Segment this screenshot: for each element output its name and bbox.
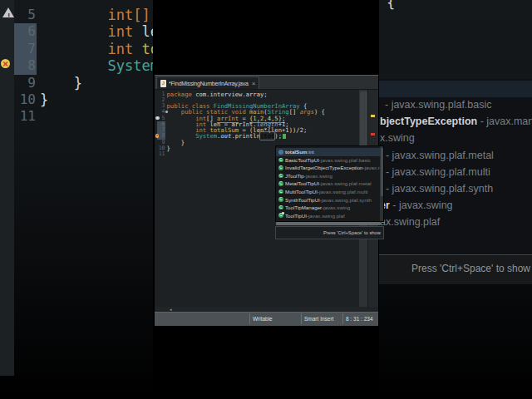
completion-popup: totalSum : intCBasicToolTipUI - javax.sw…: [275, 145, 384, 222]
bg-completion-item: l - javax.swing.plaf.metal: [380, 150, 494, 161]
bg-line-number: 7: [12, 41, 36, 57]
status-divider: [301, 313, 302, 324]
overview-error-marker[interactable]: [371, 133, 375, 135]
bg-line-number: 10: [12, 91, 36, 108]
completion-item-synthtooltipui[interactable]: CSynthToolTipUI - javax.swing.plaf.synth: [276, 195, 384, 204]
completion-hint-bar: Press 'Ctrl+Space' to show: [275, 226, 384, 239]
completion-item-invalidtargetobjecttypeexception[interactable]: CInvalidTargetObjectTypeException - java…: [276, 164, 384, 172]
popup-scrollbar-thumb[interactable]: [381, 148, 383, 196]
class-icon: C: [278, 181, 283, 186]
bg-completion-item: ax.swing.plaf: [380, 216, 440, 228]
completion-item-jtooltip[interactable]: CJToolTip - javax.swing: [276, 172, 384, 180]
error-quickfix-icon: [1, 59, 10, 68]
class-icon: C: [278, 205, 283, 210]
tab-title: *FindMissingNumberInArray.java: [169, 81, 249, 86]
popup-scrollbar[interactable]: [380, 146, 383, 221]
bg-completion-item: x.swing: [380, 132, 415, 144]
bg-completion-hint-bar: Press 'Ctrl+Space' to show: [379, 254, 532, 284]
bg-completion-item: bjectTypeException - javax.mana: [380, 116, 532, 127]
video-frame: 5int[]6int le7int to8System9}10}11 { - j…: [0, 0, 532, 399]
class-icon: C: [278, 158, 283, 163]
class-icon: C: [278, 197, 283, 202]
bg-completion-item: l - javax.swing.plaf.synth: [380, 183, 493, 195]
completion-item-tooltipui[interactable]: CToolTipUI - javax.swing.plaf: [276, 211, 384, 219]
status-caret-position: 8 : 31 : 234: [346, 316, 373, 322]
completion-item-totalsum[interactable]: totalSum : int: [276, 148, 384, 156]
status-bar: Writable Smart Insert 8 : 31 : 234: [155, 312, 378, 326]
bg-completion-item: i - javax.swing.plaf.multi: [380, 166, 490, 178]
java-file-icon: J: [160, 80, 166, 87]
bg-completion-item: - javax.swing.plaf.basic: [385, 99, 492, 111]
bg-code-fragment: {: [387, 0, 395, 11]
overview-warning-marker[interactable]: [371, 115, 375, 117]
completion-hint-text: Press 'Ctrl+Space' to show: [323, 230, 381, 235]
completion-item-multitooltipui[interactable]: CMultiToolTipUI - javax.swing.plaf.multi: [276, 188, 384, 196]
bg-line-number: 9: [12, 75, 36, 91]
code-line: 1package com.interview.array;: [155, 91, 378, 97]
popup-hscrollbar[interactable]: [276, 222, 381, 225]
line-number: 11: [157, 151, 165, 157]
bg-selected-row-highlight: [379, 81, 532, 97]
completion-item-metaltooltipui[interactable]: CMetalToolTipUI - javax.swing.plaf.metal: [276, 180, 384, 188]
bg-completion-popup: - javax.swing.plaf.basicbjectTypeExcepti…: [379, 79, 532, 254]
status-writable: Writable: [253, 316, 273, 322]
field-icon: [278, 150, 283, 155]
bg-completion-item: er - javax.swing: [380, 200, 453, 211]
status-divider: [342, 313, 343, 324]
class-icon: C: [278, 165, 283, 170]
bg-line-number: 8: [12, 57, 36, 74]
bg-line-number: 11: [12, 108, 36, 125]
completion-item-basictooltipui[interactable]: CBasicToolTipUI - javax.swing.plaf.basic: [276, 156, 384, 165]
tab-findmissingnumberinarray[interactable]: J *FindMissingNumberInArray.java ×: [156, 76, 259, 89]
code-line: 8System.out.println(tot);: [155, 133, 378, 139]
close-icon[interactable]: ×: [252, 80, 256, 87]
completion-item-tooltipmanager[interactable]: CToolTipManager - javax.swing: [276, 204, 384, 212]
bg-line-number: 5: [12, 7, 36, 23]
class-icon: C: [278, 174, 283, 179]
status-insert-mode: Smart Insert: [304, 316, 333, 322]
line-marker-dot: [165, 111, 168, 113]
editor-tab-bar: J *FindMissingNumberInArray.java ×: [155, 76, 378, 90]
code-line: 9}: [155, 140, 378, 145]
status-divider: [249, 313, 250, 324]
bg-completion-hint-text: Press 'Ctrl+Space' to show: [411, 263, 530, 274]
class-icon: C: [278, 213, 283, 218]
class-icon: C: [278, 190, 283, 195]
bg-line-number: 6: [12, 23, 36, 40]
